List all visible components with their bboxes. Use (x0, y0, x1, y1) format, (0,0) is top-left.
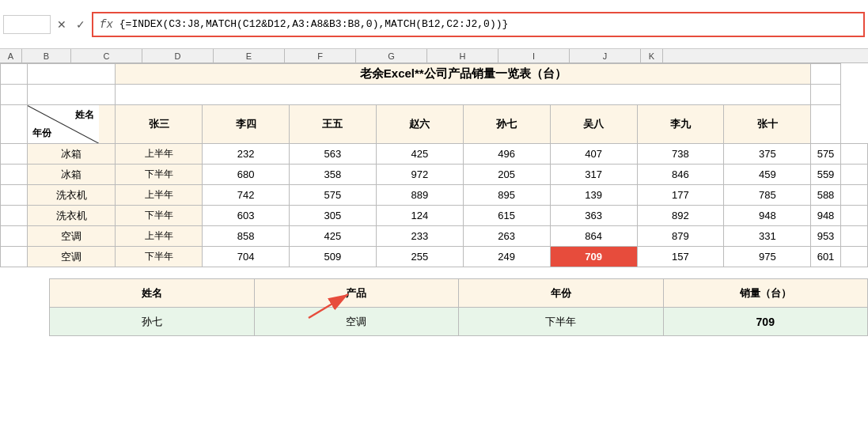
name-box[interactable] (3, 15, 51, 34)
cell-g8-highlighted[interactable]: 709 (550, 247, 637, 267)
cell-d8[interactable]: 509 (290, 247, 377, 267)
col-name-sunqi[interactable]: 孙七 (463, 105, 550, 144)
col-header-g: G (356, 49, 427, 62)
product-xiyiji-1: 洗衣机 (28, 185, 116, 206)
period-xiyiji-1: 上半年 (116, 185, 203, 206)
cell-c4[interactable]: 680 (203, 165, 290, 185)
col-header-a: A (0, 49, 22, 62)
cell-i4[interactable]: 459 (724, 165, 811, 185)
fx-label: fx (100, 18, 113, 31)
lookup-val-sales[interactable]: 709 (663, 308, 868, 336)
cell-h5[interactable]: 177 (637, 185, 724, 206)
cell-h4[interactable]: 846 (637, 165, 724, 185)
cell-b1[interactable] (28, 64, 116, 85)
cell-k1 (811, 64, 840, 85)
product-xiyiji-2: 洗衣机 (28, 206, 116, 226)
cell-i7[interactable]: 331 (724, 226, 811, 247)
cell-c8[interactable]: 704 (203, 247, 290, 267)
cell-d3[interactable]: 563 (290, 144, 377, 165)
lookup-col-period: 年份 (459, 279, 664, 308)
cell-e6[interactable]: 124 (376, 206, 463, 226)
period-kongtiao-1: 上半年 (116, 226, 203, 247)
cell-j8[interactable]: 601 (811, 247, 840, 267)
cell-g5[interactable]: 139 (550, 185, 637, 206)
cell-f6[interactable]: 615 (463, 206, 550, 226)
cell-i6[interactable]: 948 (724, 206, 811, 226)
cell-g6[interactable]: 363 (550, 206, 637, 226)
cell-e7[interactable]: 233 (376, 226, 463, 247)
col-name-zhaoliu[interactable]: 赵六 (376, 105, 463, 144)
col-name-zhangshi[interactable]: 张十 (724, 105, 811, 144)
formula-icons: ✕ ✓ (54, 17, 89, 32)
cell-i5[interactable]: 785 (724, 185, 811, 206)
cell-f4[interactable]: 205 (463, 165, 550, 185)
confirm-icon[interactable]: ✓ (73, 17, 89, 32)
cell-i8[interactable]: 975 (724, 247, 811, 267)
col-header-c: C (71, 49, 142, 62)
col-name-wangwu[interactable]: 王五 (290, 105, 377, 144)
table-row: 空调 下半年 704 509 255 249 709 157 975 601 (1, 247, 868, 267)
cell-d5[interactable]: 575 (290, 185, 377, 206)
cell-j6[interactable]: 948 (811, 206, 840, 226)
table-row: 洗衣机 上半年 742 575 889 895 139 177 785 588 (1, 185, 868, 206)
cell-j5[interactable]: 588 (811, 185, 840, 206)
lookup-header-row: 姓名 产品 年份 销量（台） (50, 279, 868, 308)
cell-g7[interactable]: 864 (550, 226, 637, 247)
cell-j7[interactable]: 953 (811, 226, 840, 247)
cell-e3[interactable]: 425 (376, 144, 463, 165)
column-headers: A B C D E F G H I J K (0, 49, 868, 63)
formula-text: {=INDEX(C3:J8,MATCH(C12&D12,A3:A8&B3:B8,… (119, 18, 508, 30)
diag-bottom-label: 年份 (32, 127, 51, 140)
col-name-zhangsan[interactable]: 张三 (116, 105, 203, 144)
cell-j3[interactable]: 575 (811, 144, 840, 165)
col-name-lijiu[interactable]: 李九 (637, 105, 724, 144)
cancel-icon[interactable]: ✕ (54, 17, 70, 32)
svg-line-1 (309, 294, 348, 318)
cell-d7[interactable]: 425 (290, 226, 377, 247)
cell-h8[interactable]: 157 (637, 247, 724, 267)
table-row: 冰箱 上半年 232 563 425 496 407 738 375 575 (1, 144, 868, 165)
cell-d4[interactable]: 358 (290, 165, 377, 185)
period-xiyiji-2: 下半年 (116, 206, 203, 226)
lookup-val-name[interactable]: 孙七 (50, 308, 255, 336)
cell-g3[interactable]: 407 (550, 144, 637, 165)
cell-e5[interactable]: 889 (376, 185, 463, 206)
cell-d6[interactable]: 305 (290, 206, 377, 226)
cell-j4[interactable]: 559 (811, 165, 840, 185)
cell-g4[interactable]: 317 (550, 165, 637, 185)
lookup-col-sales: 销量（台） (663, 279, 868, 308)
table-row: 冰箱 下半年 680 358 972 205 317 846 459 559 (1, 165, 868, 185)
cell-h6[interactable]: 892 (637, 206, 724, 226)
cell-h7[interactable]: 879 (637, 226, 724, 247)
cell-e8[interactable]: 255 (376, 247, 463, 267)
cell-c7[interactable]: 858 (203, 226, 290, 247)
cell-f3[interactable]: 496 (463, 144, 550, 165)
diagonal-header-cell: 姓名 年份 (28, 105, 116, 144)
col-name-wuba[interactable]: 吴八 (550, 105, 637, 144)
cell-c3[interactable]: 232 (203, 144, 290, 165)
result-arrow (305, 286, 368, 328)
product-bingxiang-1: 冰箱 (28, 144, 116, 165)
table-row: 空调 上半年 858 425 233 263 864 879 331 953 (1, 226, 868, 247)
table-title: 老余Excel**公司产品销量一览表（台） (116, 64, 811, 85)
lookup-table: 姓名 产品 年份 销量（台） 孙七 空调 下半年 709 (49, 278, 868, 336)
cell-c5[interactable]: 742 (203, 185, 290, 206)
col-name-lisi[interactable]: 李四 (203, 105, 290, 144)
title-row: 老余Excel**公司产品销量一览表（台） (1, 64, 868, 85)
cell-f5[interactable]: 895 (463, 185, 550, 206)
col-header-f: F (285, 49, 356, 62)
cell-h3[interactable]: 738 (637, 144, 724, 165)
period-bingxiang-2: 下半年 (116, 165, 203, 185)
formula-input[interactable]: fx {=INDEX(C3:J8,MATCH(C12&D12,A3:A8&B3:… (92, 12, 865, 37)
lookup-val-period[interactable]: 下半年 (459, 308, 664, 336)
cell-i3[interactable]: 375 (724, 144, 811, 165)
formula-bar: ✕ ✓ fx {=INDEX(C3:J8,MATCH(C12&D12,A3:A8… (0, 0, 868, 49)
period-kongtiao-2: 下半年 (116, 247, 203, 267)
cell-e4[interactable]: 972 (376, 165, 463, 185)
cell-f8[interactable]: 249 (463, 247, 550, 267)
row-label-header (1, 105, 28, 144)
col-header-i: I (498, 49, 570, 62)
empty-row (1, 85, 868, 105)
cell-c6[interactable]: 603 (203, 206, 290, 226)
cell-f7[interactable]: 263 (463, 226, 550, 247)
